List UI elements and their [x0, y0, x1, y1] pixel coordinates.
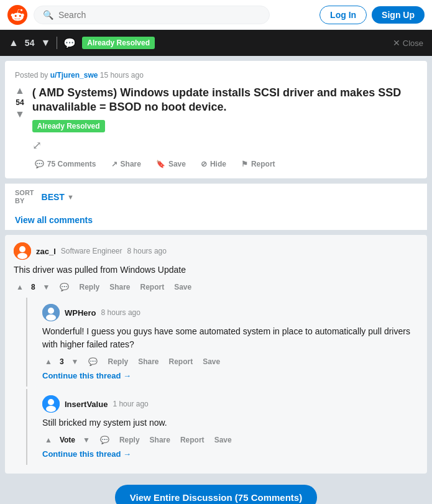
reply-card: WPHero 8 hours ago Wonderful! I guess yo… [35, 298, 418, 387]
reply-header: WPHero 8 hours ago [42, 304, 411, 321]
report-icon: ⚑ [241, 160, 248, 168]
reply2-reply-button[interactable]: Reply [117, 434, 142, 446]
comments-button[interactable]: 💬 75 Comments [32, 157, 99, 171]
reply-reply-button[interactable]: Reply [105, 356, 131, 367]
comment-header: zac_l Software Engineer 8 hours ago [14, 242, 418, 260]
view-all-comments-link[interactable]: View all comments [15, 215, 93, 225]
comment-flair: Software Engineer [61, 247, 122, 255]
svg-point-2 [19, 246, 25, 252]
post-bar: ▲ 54 ▼ 💬 Already Resolved ✕ Close [0, 30, 432, 56]
share-button[interactable]: Share [107, 282, 132, 293]
reply2-vote-label: Vote [60, 436, 75, 444]
save-button[interactable]: 🔖 Save [154, 157, 188, 171]
reply-downvote-button[interactable]: ▼ [69, 356, 81, 367]
post-time-value: 15 hours ago [100, 71, 144, 80]
report-button[interactable]: Report [138, 282, 167, 293]
svg-point-8 [48, 399, 54, 405]
search-icon: 🔍 [43, 10, 53, 20]
avatar [42, 304, 60, 321]
post-bar-vote-count: 54 [25, 38, 35, 48]
report-button[interactable]: ⚑ Report [239, 157, 278, 171]
comment-downvote-button[interactable]: ▼ [40, 282, 53, 293]
reply-time: 8 hours ago [101, 308, 140, 317]
reply2-upvote-button[interactable]: ▲ [42, 434, 55, 446]
comment-time: 8 hours ago [127, 247, 167, 255]
reply-author: WPHero [65, 308, 96, 318]
reply2-save-button[interactable]: Save [212, 434, 234, 446]
chevron-down-icon: ▼ [67, 193, 74, 201]
posted-by-label: Posted by [15, 71, 48, 80]
continue-thread-link[interactable]: Continue this thread → [42, 371, 411, 380]
comment-bubble-icon: 💬 [100, 436, 109, 444]
reply2-report-button[interactable]: Report [178, 434, 207, 446]
signup-button[interactable]: Sign Up [372, 6, 425, 24]
reply-report-button[interactable]: Report [167, 356, 196, 367]
view-all-comments-section: View all comments [5, 210, 427, 230]
post-downvote-button[interactable]: ▼ [15, 109, 25, 119]
comment-text: This driver was pulled from Windows Upda… [14, 263, 418, 277]
close-label: Close [403, 39, 423, 48]
save-button[interactable]: Save [172, 282, 194, 293]
share-icon: ↗ [111, 160, 117, 168]
post-vote-count: 54 [16, 98, 24, 107]
share-label: Share [121, 160, 141, 168]
reply-save-button[interactable]: Save [200, 356, 223, 367]
sort-bar: SORT BY BEST ▼ [5, 183, 427, 210]
expand-icon[interactable]: ⤢ [32, 139, 42, 152]
svg-point-6 [46, 314, 56, 321]
reply-text-2: Still bricked my system just now. [42, 416, 411, 429]
reply-card-2: InsertValue 1 hour ago Still bricked my … [35, 389, 418, 465]
reply2-share-button[interactable]: Share [147, 434, 173, 446]
post-body: ▲ 54 ▼ ( AMD Systems) Windows update ins… [15, 86, 417, 171]
avatar [14, 242, 31, 260]
post-upvote-button[interactable]: ▲ [15, 86, 25, 96]
comments-section: zac_l Software Engineer 8 hours ago This… [5, 235, 427, 475]
comments-icon: 💬 [35, 160, 44, 168]
sort-dropdown[interactable]: BEST ▼ [42, 192, 74, 202]
post-title: ( AMD Systems) Windows update installs S… [32, 86, 417, 115]
reply-actions: ▲ 3 ▼ 💬 Reply Share Report Save [42, 356, 411, 367]
reply2-downvote-button[interactable]: ▼ [80, 434, 93, 446]
reply2-comment-icon-btn[interactable]: 💬 [98, 434, 112, 446]
comment-bubble-icon: 💬 [60, 283, 69, 291]
reply-share-button[interactable]: Share [136, 356, 161, 367]
reply-header-2: InsertValue 1 hour ago [42, 395, 411, 413]
reply-comment-icon-btn[interactable]: 💬 [86, 356, 100, 367]
post-bar-divider [57, 37, 57, 49]
search-bar[interactable]: 🔍 [34, 6, 270, 24]
hide-button[interactable]: ⊘ Hide [198, 157, 229, 171]
login-button[interactable]: Log In [319, 6, 367, 24]
post-bar-upvote-button[interactable]: ▲ [9, 37, 19, 48]
reddit-logo-icon [7, 5, 27, 25]
post-author-link[interactable]: u/Tjuren_swe [50, 71, 98, 80]
sort-label: SORT BY [15, 189, 34, 205]
reply-time-2: 1 hour ago [113, 400, 148, 408]
close-button[interactable]: ✕ Close [393, 38, 423, 48]
close-icon: ✕ [393, 38, 400, 48]
search-input[interactable] [58, 10, 260, 20]
comment-actions: ▲ 8 ▼ 💬 Reply Share Report Save [14, 282, 418, 293]
comment-card: zac_l Software Engineer 8 hours ago This… [5, 235, 427, 474]
share-button[interactable]: ↗ Share [109, 157, 144, 171]
save-icon: 🔖 [156, 160, 165, 168]
svg-point-9 [46, 406, 56, 412]
nested-comment-2: InsertValue 1 hour ago Still bricked my … [26, 389, 418, 465]
resolved-tag: Already Resolved [32, 120, 105, 132]
view-discussion-button[interactable]: View Entire Discussion (75 Comments) [115, 485, 317, 504]
comment-icon-btn[interactable]: 💬 [57, 282, 71, 293]
header: 🔍 Log In Sign Up [0, 0, 432, 30]
already-resolved-badge: Already Resolved [82, 37, 155, 49]
svg-point-3 [17, 253, 27, 259]
reply-button[interactable]: Reply [76, 282, 102, 293]
header-actions: Log In Sign Up [319, 6, 425, 24]
post-vote-section: ▲ 54 ▼ [15, 86, 25, 171]
comment-upvote-button[interactable]: ▲ [14, 282, 26, 293]
continue-thread-link-2[interactable]: Continue this thread → [42, 449, 411, 459]
post-bar-downvote-button[interactable]: ▼ [40, 37, 50, 48]
nested-comment: WPHero 8 hours ago Wonderful! I guess yo… [26, 298, 418, 387]
reply-upvote-button[interactable]: ▲ [42, 356, 55, 367]
comment-bubble-icon: 💬 [88, 357, 98, 366]
reply-author-2: InsertValue [65, 400, 108, 409]
post-main: ( AMD Systems) Windows update installs S… [32, 86, 417, 171]
avatar [42, 395, 60, 413]
